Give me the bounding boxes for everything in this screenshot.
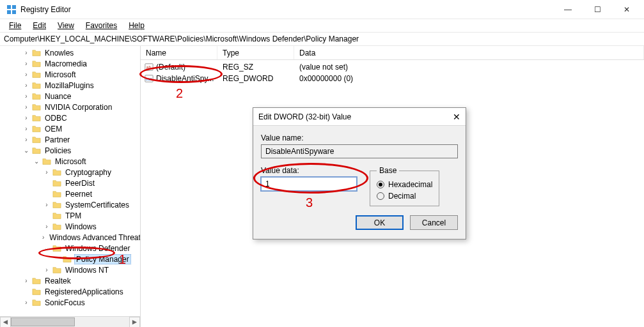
tree-item-systemcertificates[interactable]: ›SystemCertificates: [1, 199, 140, 210]
annotation-label-2: 2: [176, 86, 183, 101]
valuedata-label: Value data:: [261, 166, 357, 175]
column-header-name[interactable]: Name: [141, 46, 217, 59]
minimize-button[interactable]: —: [553, 0, 583, 19]
chevron-right-icon[interactable]: ›: [22, 277, 31, 285]
chevron-down-icon[interactable]: ⌄: [22, 146, 31, 155]
chevron-right-icon[interactable]: ›: [22, 298, 31, 307]
tree-item-oem[interactable]: ›OEM: [1, 123, 140, 134]
radio-hexadecimal[interactable]: Hexadecimal: [377, 180, 432, 189]
tree-item-windows[interactable]: ›Windows: [1, 221, 140, 232]
list-row[interactable]: ab(Default)REG_SZ(value not set): [141, 61, 644, 73]
tree-item-realtek[interactable]: ›Realtek: [1, 275, 140, 286]
close-button[interactable]: ✕: [612, 0, 641, 19]
tree-item-cryptography[interactable]: ›Cryptography: [1, 167, 140, 178]
svg-rect-1: [12, 5, 16, 9]
maximize-button[interactable]: ☐: [583, 0, 612, 19]
radio-decimal[interactable]: Decimal: [377, 192, 432, 201]
tree-item-macromedia[interactable]: ›Macromedia: [1, 58, 140, 69]
folder-icon: [52, 179, 61, 188]
scroll-track[interactable]: [11, 317, 129, 328]
chevron-right-icon[interactable]: ›: [42, 168, 51, 177]
tree-item-peerdist[interactable]: PeerDist: [1, 178, 140, 188]
dialog-titlebar[interactable]: Edit DWORD (32-bit) Value ✕: [253, 108, 466, 126]
binary-value-icon: 011: [145, 74, 153, 83]
tree-label: Macromedia: [43, 59, 88, 68]
column-header-type[interactable]: Type: [217, 46, 294, 59]
menu-favorites[interactable]: Favorites: [81, 20, 122, 31]
scroll-thumb[interactable]: [11, 317, 75, 326]
tree-horizontal-scrollbar[interactable]: ◄ ►: [0, 316, 140, 327]
tree-label: Nuance: [43, 92, 72, 101]
folder-icon: [52, 222, 61, 231]
dialog-close-button[interactable]: ✕: [453, 112, 460, 122]
value-name: (Default): [156, 63, 185, 72]
tree-item-microsoft[interactable]: ›Microsoft: [1, 69, 140, 80]
folder-icon: [32, 146, 41, 155]
chevron-right-icon[interactable]: ›: [22, 59, 31, 68]
value-type: REG_DWORD: [217, 74, 294, 83]
cancel-button[interactable]: Cancel: [410, 215, 458, 230]
annotation-label-1: 1: [119, 252, 126, 267]
list-row[interactable]: 011DisableAntiSpy...REG_DWORD0x00000000 …: [141, 73, 644, 84]
tree-item-windows-advanced-threat-protection[interactable]: ›Windows Advanced Threat Protection: [1, 232, 140, 243]
twisty-none: [22, 287, 31, 296]
value-data: (value not set): [294, 63, 644, 72]
chevron-right-icon[interactable]: ›: [22, 70, 31, 79]
tree-item-odbc[interactable]: ›ODBC: [1, 112, 140, 123]
value-data: 0x00000000 (0): [294, 74, 644, 83]
chevron-right-icon[interactable]: ›: [42, 201, 51, 209]
tree-label: Knowles: [43, 49, 75, 57]
chevron-right-icon[interactable]: ›: [42, 222, 51, 231]
chevron-right-icon[interactable]: ›: [22, 81, 31, 90]
chevron-down-icon[interactable]: ⌄: [32, 157, 41, 166]
chevron-right-icon[interactable]: ›: [22, 135, 31, 144]
address-input[interactable]: [0, 33, 644, 45]
chevron-right-icon[interactable]: ›: [22, 125, 31, 133]
tree-item-knowles[interactable]: ›Knowles: [1, 47, 140, 58]
tree-label: Microsoft: [43, 70, 77, 79]
edit-dword-dialog: Edit DWORD (32-bit) Value ✕ Value name: …: [253, 107, 466, 240]
annotation-label-3: 3: [306, 195, 313, 210]
tree-item-tpm[interactable]: TPM: [1, 210, 140, 221]
tree-label: TPM: [64, 211, 82, 220]
tree-item-sonicfocus[interactable]: ›SonicFocus: [1, 297, 140, 308]
tree-item-mozillaplugins[interactable]: ›MozillaPlugins: [1, 80, 140, 91]
tree-item-registeredapplications[interactable]: RegisteredApplications: [1, 286, 140, 297]
tree-label: OEM: [43, 125, 63, 133]
chevron-right-icon[interactable]: ›: [42, 233, 44, 242]
menu-view[interactable]: View: [52, 20, 79, 31]
tree-label: NVIDIA Corporation: [43, 103, 113, 112]
twisty-none: [52, 255, 61, 264]
svg-rect-3: [12, 10, 16, 14]
ok-button[interactable]: OK: [356, 215, 404, 230]
tree-label: Peernet: [64, 190, 93, 199]
tree-item-nvidia-corporation[interactable]: ›NVIDIA Corporation: [1, 102, 140, 112]
valuedata-input[interactable]: [261, 177, 357, 191]
tree-item-microsoft[interactable]: ⌄Microsoft: [1, 156, 140, 167]
tree-item-peernet[interactable]: Peernet: [1, 188, 140, 199]
menu-file[interactable]: File: [4, 20, 26, 31]
chevron-right-icon[interactable]: ›: [22, 114, 31, 123]
tree-label: Cryptography: [64, 168, 113, 177]
tree-item-partner[interactable]: ›Partner: [1, 134, 140, 145]
chevron-right-icon[interactable]: ›: [22, 49, 31, 57]
tree-label: Windows: [64, 222, 98, 231]
scroll-left-button[interactable]: ◄: [0, 317, 11, 328]
twisty-none: [42, 179, 51, 188]
tree-label: SonicFocus: [43, 298, 86, 307]
column-header-data[interactable]: Data: [294, 46, 644, 59]
tree-item-nuance[interactable]: ›Nuance: [1, 91, 140, 102]
menu-help[interactable]: Help: [123, 20, 150, 31]
radio-dot-icon: [377, 181, 384, 188]
chevron-right-icon[interactable]: ›: [22, 92, 31, 101]
chevron-right-icon[interactable]: ›: [22, 103, 31, 112]
chevron-right-icon[interactable]: ›: [42, 266, 51, 275]
chevron-down-icon[interactable]: ⌄: [42, 244, 51, 253]
valuename-field: [261, 144, 458, 158]
tree-item-policies[interactable]: ⌄Policies: [1, 145, 140, 156]
folder-icon: [52, 201, 61, 209]
scroll-right-button[interactable]: ►: [129, 317, 140, 328]
menu-edit[interactable]: Edit: [27, 20, 51, 31]
svg-rect-2: [7, 10, 11, 14]
tree-label: Windows Defender: [64, 244, 131, 253]
